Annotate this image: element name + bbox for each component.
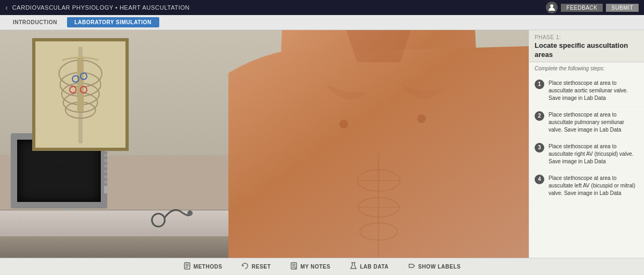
header-title: CARDIOVASCULAR PHYSIOLOGY • HEART AUSCUL… (12, 4, 190, 11)
tab-introduction[interactable]: INTRODUCTION (5, 17, 65, 27)
lab-data-icon (350, 262, 357, 271)
reset-button[interactable]: RESET (237, 261, 275, 272)
svg-point-16 (417, 114, 426, 123)
simulation-panel[interactable]: ■ (0, 30, 529, 258)
human-torso-svg[interactable] (228, 30, 529, 258)
my-notes-button[interactable]: MY NOTES (286, 261, 335, 272)
step-3-text: Place stethoscope at area to auscultate … (549, 143, 639, 165)
feedback-button[interactable]: FEEDBACK (561, 4, 603, 12)
svg-point-15 (339, 120, 348, 128)
step-4-number: 4 (535, 175, 544, 184)
back-button[interactable]: ‹ (5, 3, 8, 12)
header: ‹ CARDIOVASCULAR PHYSIOLOGY • HEART AUSC… (0, 0, 644, 15)
step-2[interactable]: 2 Place stethoscope at area to auscultat… (529, 107, 644, 139)
nav-tabs: INTRODUCTION LABORATORY SIMULATION (0, 15, 644, 30)
step-1-number: 1 (535, 79, 544, 89)
step-2-text: Place stethoscope at area to auscultate … (549, 111, 639, 134)
step-3[interactable]: 3 Place stethoscope at area to auscultat… (529, 139, 644, 170)
show-labels-button[interactable]: SHOW LABELS (404, 261, 465, 272)
step-1-text: Place stethoscope at area to auscultate … (549, 79, 639, 102)
reset-label: RESET (251, 264, 271, 270)
methods-icon (183, 262, 191, 271)
svg-line-31 (294, 267, 296, 269)
svg-rect-8 (77, 57, 84, 111)
labels-icon (408, 262, 416, 271)
lab-data-button[interactable]: LAB DATA (345, 261, 393, 272)
monitor-controls (104, 144, 108, 193)
step-1[interactable]: 1 Place stethoscope at area to auscultat… (529, 75, 644, 107)
my-notes-label: MY NOTES (300, 264, 330, 270)
phase-header: PHASE 1: Locate specific auscultation ar… (529, 30, 644, 62)
step-4[interactable]: 4 Place stethoscope at area to auscultat… (529, 170, 644, 202)
main-content: ■ (0, 30, 644, 258)
notes-icon (290, 262, 298, 271)
step-4-text: Place stethoscope at area to auscultate … (549, 175, 639, 197)
phase-label: PHASE 1: (535, 34, 639, 40)
user-icon[interactable] (546, 2, 558, 13)
footer-toolbar: METHODS RESET MY NOTES (0, 258, 644, 275)
step-3-number: 3 (535, 143, 544, 153)
submit-button[interactable]: SUBMIT (606, 4, 639, 12)
lab-data-label: LAB DATA (360, 264, 389, 270)
tab-lab-simulation[interactable]: LABORATORY SIMULATION (67, 17, 159, 27)
reset-icon (241, 262, 249, 271)
svg-point-13 (150, 212, 167, 228)
methods-label: METHODS (194, 264, 223, 270)
header-left: ‹ CARDIOVASCULAR PHYSIOLOGY • HEART AUSC… (5, 3, 190, 12)
header-right: FEEDBACK SUBMIT (546, 2, 639, 13)
right-panel: PHASE 1: Locate specific auscultation ar… (529, 30, 644, 258)
step-2-number: 2 (535, 111, 544, 121)
svg-point-0 (550, 4, 553, 8)
phase-title: Locate specific auscultation areas (535, 41, 639, 60)
skeleton-diagram (35, 41, 125, 148)
human-torso-container[interactable] (228, 30, 529, 258)
show-labels-label: SHOW LABELS (418, 264, 461, 270)
methods-button[interactable]: METHODS (179, 261, 227, 272)
anatomy-poster (32, 38, 129, 151)
steps-intro: Complete the following steps: (529, 62, 644, 75)
